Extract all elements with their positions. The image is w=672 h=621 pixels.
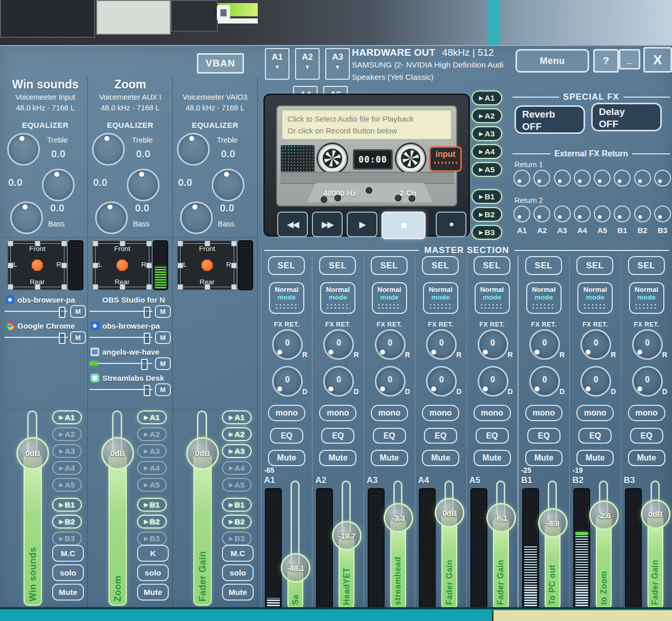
hardware-out-bus-a3[interactable]: A3▼ — [325, 48, 350, 80]
app-volume-slider[interactable] — [89, 358, 152, 369]
fx-return-d-knob[interactable]: 0 — [375, 366, 406, 397]
mono-button[interactable]: mono — [576, 405, 614, 421]
app-volume-slider[interactable] — [89, 384, 152, 395]
mode-button[interactable]: Normalmode — [475, 282, 510, 314]
fx-return-d-knob[interactable]: 0 — [478, 366, 508, 397]
fx-return-r-knob[interactable]: 0 — [478, 329, 508, 360]
strip-button-mute[interactable]: Mute — [52, 584, 84, 601]
route-a1[interactable]: ▶A1 — [137, 410, 167, 424]
route-a5[interactable]: ▶A5 — [137, 478, 167, 492]
sel-button[interactable]: SEL — [268, 256, 305, 275]
eq-button[interactable]: EQ — [270, 428, 303, 444]
route-b3[interactable]: ▶B3 — [222, 532, 252, 545]
bass-knob[interactable] — [180, 201, 213, 234]
route-a4[interactable]: ▶A4 — [52, 461, 82, 475]
fader-knob[interactable]: -48.1 — [281, 553, 310, 583]
fader-knob[interactable]: -6.1 — [486, 503, 516, 533]
route-a4[interactable]: ▶A4 — [137, 461, 167, 475]
fx-return-knob[interactable] — [614, 170, 631, 187]
surround-panner[interactable]: FrontLRRear — [92, 240, 152, 290]
route-a3[interactable]: ▶A3 — [222, 444, 252, 458]
mono-button[interactable]: mono — [525, 405, 563, 421]
app-mute-button[interactable]: M — [155, 357, 171, 370]
route-a5[interactable]: ▶A5 — [222, 478, 252, 492]
fast-forward-button[interactable]: ▶▶ — [312, 212, 343, 237]
mode-button[interactable]: Normalmode — [577, 282, 613, 314]
strip-button-mc[interactable]: M.C — [222, 545, 254, 562]
recorder-route-a3[interactable]: ▶A3 — [472, 126, 502, 141]
mode-button[interactable]: Normalmode — [320, 282, 355, 314]
recorder-input-button[interactable]: input — [429, 146, 462, 172]
sel-button[interactable]: SEL — [474, 256, 510, 275]
recorder-route-b1[interactable]: ▶B1 — [472, 189, 502, 204]
recorder-route-b3[interactable]: ▶B3 — [472, 225, 502, 240]
strip-button-mute[interactable]: Mute — [137, 584, 169, 601]
panner-handle[interactable] — [93, 263, 98, 268]
strip-button-mute[interactable]: Mute — [222, 584, 254, 601]
route-a5[interactable]: ▶A5 — [52, 478, 82, 492]
route-a2[interactable]: ▶A2 — [222, 427, 252, 441]
strip-name[interactable] — [173, 77, 257, 92]
eq-button[interactable]: EQ — [373, 428, 406, 444]
app-mute-button[interactable]: M — [155, 331, 171, 344]
route-a1[interactable]: ▶A1 — [52, 410, 82, 424]
recorder-route-a1[interactable]: ▶A1 — [472, 90, 502, 105]
mono-button[interactable]: mono — [319, 405, 356, 421]
app-mute-button[interactable]: M — [70, 305, 86, 318]
fx-return-knob[interactable] — [594, 170, 611, 187]
fader-knob[interactable]: 0dB — [16, 437, 49, 470]
fx-return-knob[interactable] — [634, 205, 651, 222]
strip-button-k[interactable]: K — [137, 545, 169, 562]
delay-button[interactable]: Delay OFF — [591, 103, 662, 131]
fx-return-knob[interactable] — [554, 170, 571, 187]
mute-button[interactable]: Mute — [371, 450, 408, 466]
panner-handle[interactable] — [231, 263, 237, 268]
sel-button[interactable]: SEL — [576, 256, 613, 275]
strip-button-solo[interactable]: solo — [52, 564, 84, 581]
route-a2[interactable]: ▶A2 — [137, 427, 167, 441]
fx-return-d-knob[interactable]: 0 — [632, 366, 663, 397]
strip-button-solo[interactable]: solo — [137, 564, 169, 581]
fader-knob[interactable]: 0dB — [435, 498, 464, 527]
mode-button[interactable]: Normalmode — [372, 282, 407, 314]
route-b2[interactable]: ▶B2 — [137, 515, 167, 528]
close-button[interactable]: X — [643, 47, 672, 73]
fx-return-knob[interactable] — [594, 205, 611, 222]
strip-button-solo[interactable]: solo — [222, 564, 254, 581]
fx-return-r-knob[interactable]: 0 — [426, 329, 457, 360]
eq-button[interactable]: EQ — [578, 428, 612, 444]
recorder-route-a5[interactable]: ▶A5 — [472, 162, 502, 177]
sel-button[interactable]: SEL — [628, 256, 665, 275]
treble-knob[interactable] — [7, 133, 40, 166]
record-button[interactable]: ● — [436, 212, 466, 237]
route-b1[interactable]: ▶B1 — [52, 498, 82, 512]
app-volume-slider[interactable] — [5, 306, 68, 316]
sel-button[interactable]: SEL — [371, 256, 408, 275]
fx-return-d-knob[interactable]: 0 — [426, 366, 457, 397]
app-mute-button[interactable]: M — [155, 383, 171, 396]
fader-knob[interactable]: -19.7 — [332, 521, 362, 550]
recorder-route-b2[interactable]: ▶B2 — [472, 207, 502, 222]
route-a3[interactable]: ▶A3 — [52, 444, 82, 458]
mute-button[interactable]: Mute — [268, 450, 305, 466]
vban-button[interactable]: VBAN — [197, 53, 244, 74]
fx-return-r-knob[interactable]: 0 — [272, 329, 303, 360]
fader-track[interactable]: Fader Gain — [193, 453, 212, 606]
surround-panner[interactable]: FrontLRRear — [7, 240, 68, 290]
app-volume-slider[interactable] — [89, 306, 152, 316]
route-a2[interactable]: ▶A2 — [52, 427, 82, 441]
bass-knob[interactable] — [10, 201, 43, 234]
minimize-button[interactable]: _ — [619, 49, 640, 70]
eq-button[interactable]: EQ — [630, 428, 663, 444]
sel-button[interactable]: SEL — [319, 256, 356, 275]
app-volume-slider[interactable] — [5, 332, 68, 342]
hardware-out-bus-a1[interactable]: A1▼ — [265, 48, 289, 80]
fader-knob[interactable]: 0dB — [641, 499, 670, 529]
recorder-file-display[interactable]: Click to Select Audio file for Playback … — [281, 109, 452, 140]
app-volume-slider[interactable] — [89, 332, 152, 342]
sel-button[interactable]: SEL — [422, 256, 459, 275]
strip-button-mc[interactable]: M.C — [52, 545, 84, 562]
route-a1[interactable]: ▶A1 — [222, 410, 252, 424]
mono-button[interactable]: mono — [268, 405, 305, 421]
app-mute-button[interactable]: M — [155, 305, 171, 318]
